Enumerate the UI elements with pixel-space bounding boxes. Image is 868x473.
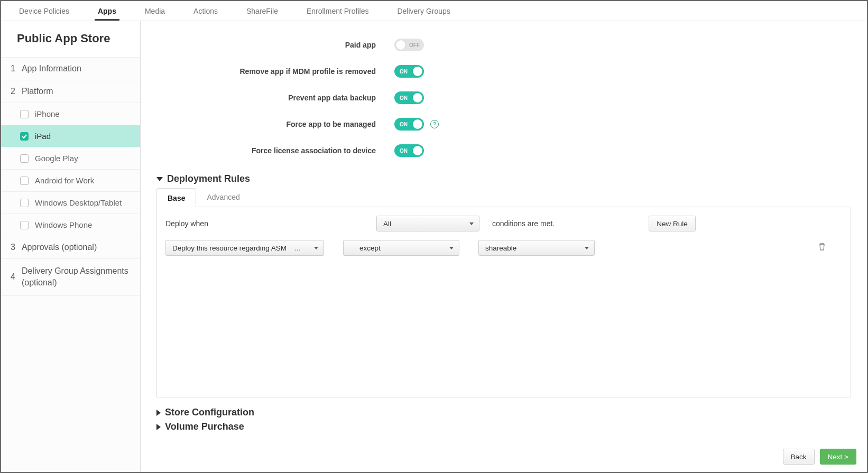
deploy-when-label: Deploy when: [165, 219, 208, 228]
toggle-paid-app[interactable]: OFF: [394, 39, 424, 51]
rule-tab-base[interactable]: Base: [156, 188, 196, 207]
chevron-right-icon: [156, 424, 161, 430]
toggle-state: ON: [400, 69, 408, 75]
tab-apps[interactable]: Apps: [95, 2, 119, 21]
toggle-knob: [413, 67, 422, 76]
platform-label: iPhone: [35, 109, 60, 118]
chevron-down-icon: [585, 247, 589, 249]
new-rule-button[interactable]: New Rule: [649, 216, 696, 231]
platform-google-play[interactable]: Google Play: [1, 147, 140, 170]
toggle-knob: [396, 40, 405, 50]
toggle-remove-mdm[interactable]: ON: [394, 65, 424, 78]
step-label: Approvals (optional): [22, 243, 97, 252]
setting-paid-app: Paid app OFF: [156, 32, 851, 58]
platform-label: Android for Work: [35, 176, 94, 185]
tab-delivery-groups[interactable]: Delivery Groups: [394, 2, 453, 21]
toggle-state: ON: [400, 148, 408, 154]
deploy-when-select[interactable]: All: [376, 216, 479, 231]
setting-remove-mdm: Remove app if MDM profile is removed ON: [156, 58, 851, 85]
toggle-prevent-backup[interactable]: ON: [394, 91, 424, 104]
rule-operator-select[interactable]: except: [343, 240, 459, 256]
tab-sharefile[interactable]: ShareFile: [243, 2, 281, 21]
main-panel: Paid app OFF Remove app if MDM profile i…: [141, 21, 867, 472]
section-title: Deployment Rules: [167, 173, 250, 184]
platform-android-for-work[interactable]: Android for Work: [1, 170, 140, 192]
tab-enrollment-profiles[interactable]: Enrollment Profiles: [303, 2, 372, 21]
checkbox-icon[interactable]: [20, 154, 29, 163]
setting-prevent-backup: Prevent app data backup ON: [156, 85, 851, 111]
wizard-step-approvals[interactable]: 3 Approvals (optional): [1, 236, 140, 259]
wizard-step-platform[interactable]: 2 Platform: [1, 80, 140, 103]
next-button[interactable]: Next >: [820, 449, 856, 465]
checkbox-icon[interactable]: [20, 110, 29, 118]
chevron-down-icon: [314, 247, 318, 249]
top-nav-tabs: Device Policies Apps Media Actions Share…: [1, 1, 867, 21]
step-number: 2: [11, 87, 15, 96]
checkbox-icon[interactable]: [20, 132, 29, 141]
step-label: Delivery Group Assignments (optional): [22, 265, 131, 289]
section-title: Store Configuration: [165, 407, 254, 418]
section-store-configuration[interactable]: Store Configuration: [156, 407, 851, 418]
setting-label: Prevent app data backup: [156, 94, 394, 102]
toggle-state: ON: [400, 122, 408, 127]
setting-force-license: Force license association to device ON: [156, 137, 851, 164]
step-number: 1: [11, 64, 15, 73]
wizard-step-delivery-groups[interactable]: 4 Delivery Group Assignments (optional): [1, 259, 140, 296]
step-number: 3: [11, 243, 15, 252]
conditions-met-label: conditions are met.: [492, 219, 555, 228]
wizard-step-app-information[interactable]: 1 App Information: [1, 58, 140, 80]
section-volume-purchase[interactable]: Volume Purchase: [156, 421, 851, 432]
setting-label: Remove app if MDM profile is removed: [156, 67, 394, 76]
toggle-knob: [413, 119, 422, 129]
step-label: Platform: [22, 87, 53, 96]
tab-device-policies[interactable]: Device Policies: [16, 2, 72, 21]
section-deployment-rules[interactable]: Deployment Rules: [156, 173, 851, 184]
setting-force-managed: Force app to be managed ON ?: [156, 111, 851, 137]
rules-panel: Deploy when All conditions are met. New …: [156, 207, 851, 397]
platform-label: Windows Desktop/Tablet: [35, 198, 122, 207]
platform-windows-phone[interactable]: Windows Phone: [1, 214, 140, 236]
rule-tabs: Base Advanced: [156, 188, 851, 207]
platform-label: iPad: [35, 132, 51, 141]
toggle-knob: [413, 146, 422, 155]
toggle-force-managed[interactable]: ON: [394, 118, 424, 131]
platform-ipad[interactable]: iPad: [1, 125, 140, 147]
step-label: App Information: [22, 64, 81, 73]
back-button[interactable]: Back: [783, 449, 815, 465]
platform-label: Windows Phone: [35, 220, 92, 229]
rule-value-select[interactable]: shareable: [478, 240, 595, 256]
toggle-force-license[interactable]: ON: [394, 144, 424, 157]
toggle-knob: [413, 93, 422, 103]
setting-label: Force license association to device: [156, 146, 394, 155]
chevron-right-icon: [156, 410, 161, 416]
tab-actions[interactable]: Actions: [190, 2, 221, 21]
chevron-down-icon: [156, 177, 163, 181]
setting-label: Paid app: [156, 41, 394, 49]
help-icon[interactable]: ?: [430, 120, 439, 128]
ellipsis-icon: …: [294, 244, 301, 252]
rule-tab-advanced[interactable]: Advanced: [196, 188, 250, 207]
select-value: except: [359, 244, 381, 252]
rule-resource-select[interactable]: Deploy this resource regarding ASM …: [165, 240, 324, 256]
wizard-sidebar: Public App Store 1 App Information 2 Pla…: [1, 21, 141, 472]
platform-iphone[interactable]: iPhone: [1, 103, 140, 125]
step-number: 4: [11, 271, 15, 283]
wizard-footer: Back Next >: [783, 449, 856, 465]
section-title: Volume Purchase: [165, 421, 244, 432]
checkbox-icon[interactable]: [20, 199, 29, 207]
platform-windows-desktop[interactable]: Windows Desktop/Tablet: [1, 192, 140, 214]
toggle-state: ON: [400, 95, 408, 101]
select-value: Deploy this resource regarding ASM: [172, 244, 287, 252]
tab-media[interactable]: Media: [142, 2, 168, 21]
checkbox-icon[interactable]: [20, 177, 29, 185]
select-value: All: [383, 220, 391, 228]
platform-label: Google Play: [35, 154, 78, 163]
delete-rule-icon[interactable]: [818, 243, 826, 253]
toggle-state: OFF: [409, 42, 420, 48]
checkbox-icon[interactable]: [20, 221, 29, 229]
select-value: shareable: [485, 244, 516, 252]
page-title: Public App Store: [1, 21, 140, 58]
chevron-down-icon: [449, 247, 454, 249]
setting-label: Force app to be managed: [156, 120, 394, 128]
chevron-down-icon: [469, 222, 474, 225]
